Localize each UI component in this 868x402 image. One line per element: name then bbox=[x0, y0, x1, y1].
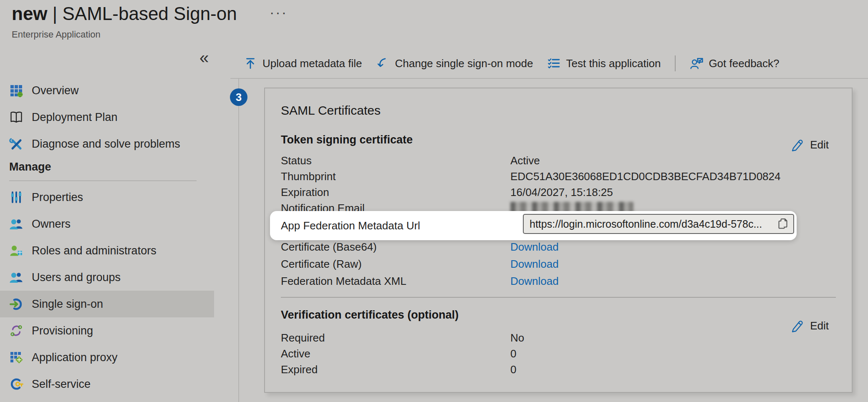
got-feedback-label: Got feedback? bbox=[709, 57, 779, 70]
sidebar-item-label: Single sign-on bbox=[32, 298, 103, 311]
row-federation-metadata-xml: Federation Metadata XML Download bbox=[281, 273, 835, 289]
active-label: Active bbox=[281, 347, 510, 360]
command-bar: Upload metadata file Change single sign-… bbox=[244, 50, 780, 77]
roles-person-cube-icon bbox=[9, 244, 23, 258]
row-status: Status Active bbox=[281, 153, 835, 168]
required-value: No bbox=[510, 332, 524, 344]
page-subtitle: Enterprise Application bbox=[12, 29, 101, 40]
saml-certificates-title: SAML Certificates bbox=[281, 103, 381, 118]
users-groups-icon bbox=[9, 270, 23, 284]
thumbprint-label: Thumbprint bbox=[281, 170, 510, 183]
undo-arrow-icon bbox=[376, 57, 389, 70]
edit-label: Edit bbox=[810, 138, 829, 151]
expired-label: Expired bbox=[281, 363, 510, 376]
toolbar-separator bbox=[675, 55, 676, 71]
self-service-key-icon bbox=[9, 377, 23, 391]
sidebar-item-label: Provisioning bbox=[32, 324, 93, 337]
app-federation-metadata-url-field[interactable]: https://login.microsoftonline.com/d3a4c1… bbox=[523, 214, 794, 234]
test-application-button[interactable]: Test this application bbox=[547, 57, 661, 70]
row-required: Required No bbox=[281, 330, 835, 346]
pencil-icon bbox=[790, 138, 805, 152]
sidebar-item-provisioning[interactable]: Provisioning bbox=[0, 317, 214, 344]
change-sso-mode-label: Change single sign-on mode bbox=[395, 57, 533, 70]
app-federation-metadata-url-value: https://login.microsoftonline.com/d3a4c1… bbox=[530, 218, 773, 230]
active-value: 0 bbox=[510, 347, 516, 360]
sidebar: Overview Deployment Plan Diagnose and so… bbox=[0, 77, 214, 397]
edit-token-signing-button[interactable]: Edit bbox=[790, 138, 829, 152]
row-expiration: Expiration 16/04/2027, 15:18:25 bbox=[281, 184, 835, 200]
token-signing-certificate-title: Token signing certificate bbox=[281, 133, 413, 146]
got-feedback-button[interactable]: Got feedback? bbox=[690, 57, 779, 70]
test-application-label: Test this application bbox=[566, 57, 661, 70]
sidebar-item-label: Properties bbox=[32, 191, 83, 204]
toolbar-divider-line bbox=[230, 78, 868, 79]
manage-section-label: Manage bbox=[9, 161, 51, 173]
sidebar-item-label: Overview bbox=[32, 84, 79, 97]
row-thumbprint: Thumbprint EDC51A30E36068ED1CD0CDB3BECFA… bbox=[281, 168, 835, 184]
upload-metadata-file-button[interactable]: Upload metadata file bbox=[244, 57, 362, 70]
row-certificate-raw: Certificate (Raw) Download bbox=[281, 256, 835, 272]
expiration-label: Expiration bbox=[281, 186, 510, 199]
sidebar-item-label: Self-service bbox=[32, 378, 91, 391]
upload-metadata-file-label: Upload metadata file bbox=[262, 57, 362, 70]
certificate-base64-label: Certificate (Base64) bbox=[281, 241, 510, 254]
sidebar-item-roles-administrators[interactable]: Roles and administrators bbox=[0, 237, 214, 264]
sidebar-item-properties[interactable]: Properties bbox=[0, 184, 214, 211]
row-expired-count: Expired 0 bbox=[281, 362, 835, 377]
sidebar-item-self-service[interactable]: Self-service bbox=[0, 371, 214, 397]
sidebar-section-manage: Manage bbox=[0, 157, 214, 184]
single-sign-on-icon bbox=[9, 297, 23, 311]
sidebar-item-label: Application proxy bbox=[32, 351, 118, 364]
manage-divider bbox=[9, 181, 197, 181]
sidebar-item-deployment-plan[interactable]: Deployment Plan bbox=[0, 104, 214, 131]
sidebar-item-owners[interactable]: Owners bbox=[0, 211, 214, 237]
saml-sign-on-page: new | SAML-based Sign-on ··· Enterprise … bbox=[0, 0, 868, 402]
sidebar-item-application-proxy[interactable]: Application proxy bbox=[0, 344, 214, 371]
step-connector-line bbox=[238, 78, 239, 402]
copy-icon[interactable] bbox=[777, 218, 789, 230]
download-certificate-base64-link[interactable]: Download bbox=[510, 241, 559, 254]
page-title: new | SAML-based Sign-on bbox=[12, 3, 237, 24]
verification-certificates-title: Verification certificates (optional) bbox=[281, 309, 459, 322]
download-certificate-raw-link[interactable]: Download bbox=[510, 258, 559, 271]
more-options-icon[interactable]: ··· bbox=[270, 4, 288, 20]
properties-sliders-icon bbox=[9, 190, 23, 204]
application-proxy-icon bbox=[9, 350, 23, 364]
sidebar-item-label: Owners bbox=[32, 218, 71, 231]
checklist-icon bbox=[547, 57, 560, 70]
row-certificate-base64: Certificate (Base64) Download bbox=[281, 239, 835, 255]
app-federation-metadata-url-label: App Federation Metadata Url bbox=[281, 219, 510, 232]
sidebar-item-label: Deployment Plan bbox=[32, 111, 118, 124]
expired-value: 0 bbox=[510, 363, 516, 376]
sidebar-item-single-sign-on[interactable]: Single sign-on bbox=[0, 291, 214, 317]
page-title-rest: | SAML-based Sign-on bbox=[53, 3, 237, 24]
owners-people-icon bbox=[9, 217, 23, 231]
app-name: new bbox=[12, 3, 48, 24]
certificate-raw-label: Certificate (Raw) bbox=[281, 258, 510, 271]
sidebar-item-label: Users and groups bbox=[32, 271, 121, 284]
feedback-person-icon bbox=[690, 57, 703, 70]
thumbprint-value: EDC51A30E36068ED1CD0CDB3BECFAD34B71D0824 bbox=[510, 170, 781, 183]
panel-section-divider bbox=[281, 297, 836, 298]
federation-metadata-xml-label: Federation Metadata XML bbox=[281, 275, 510, 288]
overview-icon bbox=[9, 83, 23, 98]
sidebar-item-users-groups[interactable]: Users and groups bbox=[0, 264, 214, 291]
deployment-plan-icon bbox=[9, 110, 23, 124]
change-sso-mode-button[interactable]: Change single sign-on mode bbox=[376, 57, 533, 70]
upload-icon bbox=[244, 57, 257, 70]
status-label: Status bbox=[281, 154, 510, 167]
expiration-value: 16/04/2027, 15:18:25 bbox=[510, 186, 613, 199]
provisioning-sync-icon bbox=[9, 324, 23, 338]
saml-certificates-panel: SAML Certificates Token signing certific… bbox=[264, 88, 853, 393]
download-federation-metadata-xml-link[interactable]: Download bbox=[510, 275, 559, 288]
diagnose-tools-icon bbox=[9, 137, 23, 151]
sidebar-item-diagnose[interactable]: Diagnose and solve problems bbox=[0, 131, 214, 157]
step-3-badge: 3 bbox=[230, 88, 247, 106]
sidebar-item-overview[interactable]: Overview bbox=[0, 77, 214, 104]
status-value: Active bbox=[510, 154, 540, 167]
row-active-count: Active 0 bbox=[281, 346, 835, 362]
required-label: Required bbox=[281, 332, 510, 344]
collapse-sidebar-icon[interactable]: « bbox=[199, 49, 209, 66]
sidebar-item-label: Diagnose and solve problems bbox=[32, 138, 180, 151]
sidebar-item-label: Roles and administrators bbox=[32, 244, 156, 257]
